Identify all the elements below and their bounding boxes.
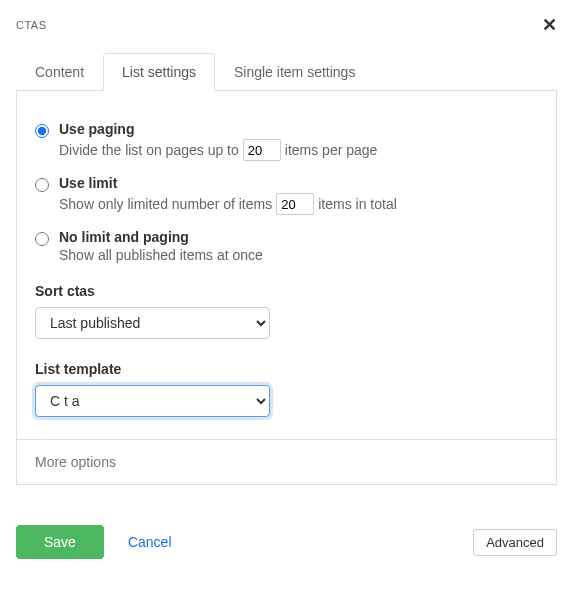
use-limit-desc-after: items in total bbox=[318, 196, 397, 212]
use-paging-radio[interactable] bbox=[35, 124, 49, 138]
use-paging-option[interactable]: Use paging Divide the list on pages up t… bbox=[35, 121, 538, 161]
tab-content[interactable]: Content bbox=[16, 53, 103, 91]
footer: Save Cancel Advanced bbox=[16, 525, 557, 559]
use-limit-desc-before: Show only limited number of items bbox=[59, 196, 272, 212]
tabs: Content List settings Single item settin… bbox=[16, 52, 557, 91]
cancel-button[interactable]: Cancel bbox=[128, 534, 172, 550]
sort-select[interactable]: Last published bbox=[35, 307, 270, 339]
sort-label: Sort ctas bbox=[35, 283, 538, 299]
no-limit-radio[interactable] bbox=[35, 232, 49, 246]
template-label: List template bbox=[35, 361, 538, 377]
close-icon[interactable]: ✕ bbox=[542, 16, 557, 34]
list-template-select[interactable]: C t a bbox=[35, 385, 270, 417]
use-limit-option[interactable]: Use limit Show only limited number of it… bbox=[35, 175, 538, 215]
no-limit-desc: Show all published items at once bbox=[59, 247, 263, 263]
no-limit-option[interactable]: No limit and paging Show all published i… bbox=[35, 229, 538, 263]
tab-list-settings[interactable]: List settings bbox=[103, 53, 215, 91]
tab-single-item-settings[interactable]: Single item settings bbox=[215, 53, 374, 91]
items-total-input[interactable] bbox=[276, 193, 314, 215]
use-paging-desc-after: items per page bbox=[285, 142, 378, 158]
use-limit-label: Use limit bbox=[59, 175, 538, 191]
items-per-page-input[interactable] bbox=[243, 139, 281, 161]
settings-panel: Use paging Divide the list on pages up t… bbox=[16, 91, 557, 485]
use-paging-desc-before: Divide the list on pages up to bbox=[59, 142, 239, 158]
save-button[interactable]: Save bbox=[16, 525, 104, 559]
more-options-toggle[interactable]: More options bbox=[17, 439, 556, 484]
use-paging-label: Use paging bbox=[59, 121, 538, 137]
modal-title: CTAS bbox=[16, 19, 47, 31]
advanced-button[interactable]: Advanced bbox=[473, 529, 557, 556]
use-limit-radio[interactable] bbox=[35, 178, 49, 192]
no-limit-label: No limit and paging bbox=[59, 229, 538, 245]
paging-radio-group: Use paging Divide the list on pages up t… bbox=[35, 121, 538, 263]
